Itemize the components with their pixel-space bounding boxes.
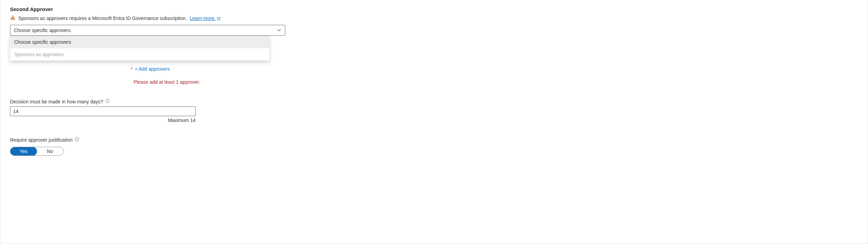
approver-type-select[interactable]: Choose specific approvers Choose specifi… xyxy=(10,25,285,36)
learn-more-link[interactable]: Learn more. xyxy=(190,16,221,21)
decision-days-input[interactable] xyxy=(10,106,196,116)
svg-point-3 xyxy=(107,100,108,100)
decision-days-label: Decision must be made in how many days? xyxy=(10,99,103,104)
svg-point-6 xyxy=(77,138,77,139)
justification-label: Require approver justification xyxy=(10,137,72,143)
warning-text: Sponsors as approvers requires a Microso… xyxy=(18,16,187,21)
warning-icon xyxy=(10,15,16,21)
toggle-no[interactable]: No xyxy=(37,147,63,155)
dropdown-option-specific[interactable]: Choose specific approvers xyxy=(10,36,269,48)
justification-toggle[interactable]: Yes No xyxy=(10,147,64,156)
toggle-yes[interactable]: Yes xyxy=(10,147,37,156)
select-display[interactable]: Choose specific approvers xyxy=(10,25,285,36)
chevron-down-icon xyxy=(277,28,282,33)
info-icon[interactable] xyxy=(105,99,110,104)
decision-days-field: Decision must be made in how many days? … xyxy=(10,99,858,123)
add-approvers-row: * + Add approvers xyxy=(131,66,858,72)
svg-rect-1 xyxy=(12,19,13,19)
approver-error: Please add at least 1 approver. xyxy=(134,79,858,85)
select-value: Choose specific approvers xyxy=(14,28,71,33)
dropdown-list: Choose specific approvers Sponsors as ap… xyxy=(10,36,269,61)
external-link-icon xyxy=(217,16,221,21)
info-icon[interactable] xyxy=(75,137,79,143)
svg-rect-0 xyxy=(12,17,13,18)
dropdown-option-sponsors[interactable]: Sponsors as approvers xyxy=(10,48,269,61)
governance-warning: Sponsors as approvers requires a Microso… xyxy=(10,15,858,21)
required-asterisk: * xyxy=(131,66,132,72)
section-title: Second Approver xyxy=(10,6,858,12)
second-approver-panel: Second Approver Sponsors as approvers re… xyxy=(0,0,868,244)
justification-field: Require approver justification Yes No xyxy=(10,137,858,156)
decision-days-hint: Maximum 14 xyxy=(10,118,196,123)
add-approvers-link[interactable]: + Add approvers xyxy=(135,66,170,72)
learn-more-text: Learn more. xyxy=(190,16,216,21)
